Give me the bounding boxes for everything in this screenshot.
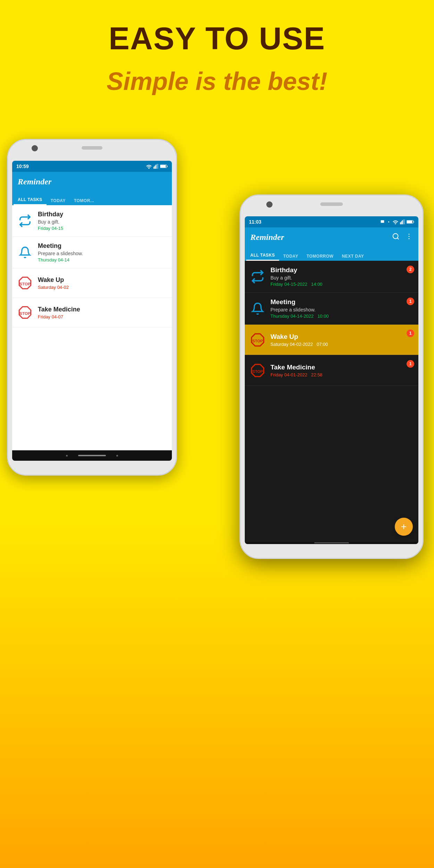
task-date-wakeup-back: Saturday 04-02: [38, 285, 167, 290]
task-desc-birthday-back: Buy a gift.: [38, 219, 167, 225]
phone-front-screen: 11:03 Remin: [245, 216, 418, 544]
status-bar-back: 10:59: [12, 161, 172, 172]
repeat-icon-front: [250, 269, 266, 285]
svg-point-13: [388, 221, 389, 222]
stop-icon-medicine-back: STOP: [17, 304, 33, 320]
search-icon[interactable]: [392, 233, 400, 242]
task-list-dark: Birthday Buy a gift. Friday 04-15-2022 1…: [245, 261, 418, 524]
task-title-meeting-back: Meeting: [38, 242, 167, 250]
svg-rect-12: [381, 220, 384, 223]
task-date-meeting-front: Thursday 04-14-2022 10:00: [270, 314, 414, 319]
svg-text:STOP: STOP: [252, 369, 263, 374]
fab-button[interactable]: +: [395, 518, 413, 536]
tab-today-back[interactable]: TODAY: [47, 196, 70, 205]
task-date-birthday-back: Friday 04-15: [38, 226, 167, 231]
task-item-medicine-back[interactable]: STOP Take Medicine Friday 04-07: [12, 298, 172, 327]
app-toolbar-front: Reminder: [245, 227, 418, 247]
toolbar-icons-front: [392, 233, 413, 242]
tab-bar-front[interactable]: ALL TASKS TODAY TOMORROW NEXT DAY: [245, 247, 418, 261]
task-info-wakeup-back: Wake Up Saturday 04-02: [38, 276, 167, 290]
stop-icon-medicine-front: STOP: [250, 362, 266, 378]
home-indicator-front: [245, 542, 418, 544]
task-info-birthday-front: Birthday Buy a gift. Friday 04-15-2022 1…: [270, 266, 414, 287]
subheadline: Simple is the best!: [0, 57, 434, 95]
svg-point-24: [409, 236, 410, 237]
svg-point-22: [393, 233, 398, 239]
tab-all-tasks-front[interactable]: ALL TASKS: [246, 251, 279, 261]
app-logo-back: Reminder: [18, 177, 51, 186]
svg-rect-0: [153, 167, 154, 169]
app-toolbar-back: Reminder: [12, 172, 172, 191]
task-item-medicine-front[interactable]: STOP Take Medicine Friday 04-01-2022 22:…: [245, 355, 418, 386]
tab-nextday-front[interactable]: NEXT DAY: [338, 252, 368, 261]
nav-bar-back: [12, 450, 172, 461]
task-item-birthday-front[interactable]: Birthday Buy a gift. Friday 04-15-2022 1…: [245, 261, 418, 293]
task-list-light: Birthday Buy a gift. Friday 04-15: [12, 205, 172, 450]
badge-wakeup-front: 1: [407, 329, 414, 337]
task-title-medicine-front: Take Medicine: [270, 364, 414, 371]
task-info-meeting-back: Meeting Prepare a slideshow. Thursday 04…: [38, 242, 167, 262]
svg-text:STOP: STOP: [19, 311, 31, 316]
svg-rect-15: [401, 221, 402, 224]
task-desc-meeting-back: Prepare a slideshow.: [38, 251, 167, 256]
task-title-birthday-back: Birthday: [38, 211, 167, 218]
svg-text:STOP: STOP: [19, 282, 31, 286]
bell-icon-front: [250, 301, 266, 317]
svg-point-25: [409, 238, 410, 239]
tab-bar-back[interactable]: ALL TASKS TODAY TOMOR...: [12, 191, 172, 205]
svg-point-23: [409, 234, 410, 235]
badge-birthday-front: 2: [407, 266, 414, 273]
task-title-birthday-front: Birthday: [270, 266, 414, 274]
stop-icon-wakeup-front: STOP: [250, 332, 266, 348]
task-title-meeting-front: Meeting: [270, 298, 414, 306]
task-item-meeting-back[interactable]: Meeting Prepare a slideshow. Thursday 04…: [12, 237, 172, 268]
app-logo-front: Reminder: [250, 233, 284, 242]
tab-tomorrow-front[interactable]: TOMORROW: [302, 252, 338, 261]
task-date-medicine-front: Friday 04-01-2022 22:58: [270, 372, 414, 377]
status-time-back: 10:59: [16, 164, 29, 169]
task-desc-meeting-front: Prepare a slideshow.: [270, 307, 414, 312]
task-date-meeting-back: Thursday 04-14: [38, 257, 167, 262]
svg-rect-1: [155, 166, 155, 169]
svg-rect-3: [157, 164, 157, 169]
task-item-wakeup-back[interactable]: STOP Wake Up Saturday 04-02: [12, 268, 172, 298]
phone-back: 10:59 Reminder ALL TASKS: [7, 139, 177, 476]
task-info-medicine-front: Take Medicine Friday 04-01-2022 22:58: [270, 364, 414, 377]
task-info-birthday-back: Birthday Buy a gift. Friday 04-15: [38, 211, 167, 231]
svg-text:STOP: STOP: [252, 339, 263, 343]
svg-rect-21: [407, 220, 412, 223]
phones-container: 10:59 Reminder ALL TASKS: [0, 125, 434, 868]
task-info-medicine-back: Take Medicine Friday 04-07: [38, 306, 167, 319]
tab-tomorrow-back[interactable]: TOMOR...: [70, 196, 98, 205]
task-desc-birthday-front: Buy a gift.: [270, 275, 414, 281]
svg-rect-17: [403, 219, 404, 224]
task-info-wakeup-front: Wake Up Saturday 04-02-2022 07:00: [270, 333, 414, 347]
tab-all-tasks-back[interactable]: ALL TASKS: [14, 195, 47, 205]
phone-front: 11:03 Remin: [240, 194, 424, 559]
task-date-medicine-back: Friday 04-07: [38, 314, 167, 319]
svg-rect-6: [167, 166, 168, 167]
tab-today-front[interactable]: TODAY: [279, 252, 302, 261]
badge-meeting-front: 1: [407, 298, 414, 305]
svg-rect-4: [158, 164, 158, 169]
stop-icon-wakeup-back: STOP: [17, 275, 33, 291]
task-item-meeting-front[interactable]: Meeting Prepare a slideshow. Thursday 04…: [245, 293, 418, 325]
svg-rect-18: [404, 219, 405, 224]
svg-rect-2: [156, 165, 156, 169]
phone-back-screen: 10:59 Reminder ALL TASKS: [12, 161, 172, 461]
task-date-wakeup-front: Saturday 04-02-2022 07:00: [270, 342, 414, 347]
task-item-wakeup-front[interactable]: STOP Wake Up Saturday 04-02-2022 07:00 1: [245, 325, 418, 355]
svg-rect-14: [400, 222, 401, 224]
status-time-front: 11:03: [249, 219, 261, 225]
svg-rect-16: [402, 220, 403, 224]
task-info-meeting-front: Meeting Prepare a slideshow. Thursday 04…: [270, 298, 414, 319]
repeat-icon-back: [17, 213, 33, 229]
status-bar-front: 11:03: [245, 216, 418, 227]
more-icon[interactable]: [405, 233, 413, 242]
task-item-birthday-back[interactable]: Birthday Buy a gift. Friday 04-15: [12, 205, 172, 237]
svg-rect-20: [414, 221, 414, 223]
headline: EASY TO USE: [0, 0, 434, 57]
task-title-wakeup-front: Wake Up: [270, 333, 414, 341]
task-title-wakeup-back: Wake Up: [38, 276, 167, 284]
status-icons-front: [380, 219, 414, 224]
